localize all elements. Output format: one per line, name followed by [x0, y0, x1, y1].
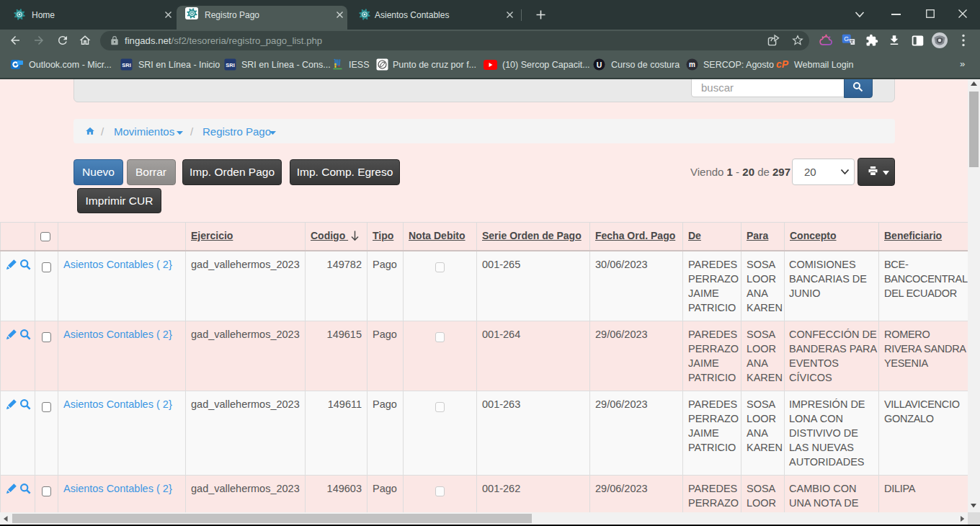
svg-text:SRI: SRI — [122, 62, 131, 68]
svg-text:m: m — [689, 61, 695, 68]
svg-text:SRI: SRI — [226, 62, 235, 68]
svg-text:U: U — [597, 61, 602, 69]
svg-text:G: G — [844, 35, 849, 43]
